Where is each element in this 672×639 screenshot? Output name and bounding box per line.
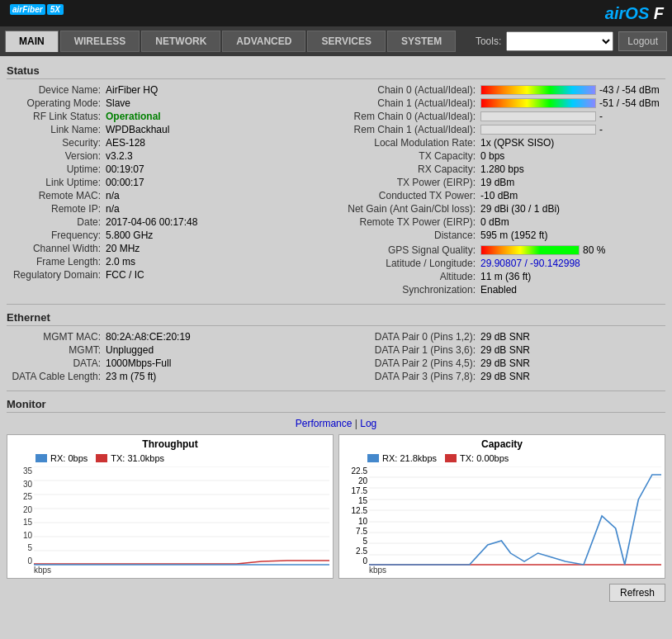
throughput-chart-area: 35 30 25 20 15 10 5 0 (11, 466, 329, 575)
logo-left: airFiber5X (8, 4, 64, 23)
date-row: Date: 2017-04-06 00:17:48 (7, 216, 332, 228)
tx-power-row: TX Power (EIRP): 19 dBm (340, 177, 665, 188)
capacity-chart: Capacity RX: 21.8kbps TX: 0.00bps 22.5 2… (338, 434, 665, 579)
pair3-value: 29 dB SNR (480, 371, 665, 382)
rem-chain0-row: Rem Chain 0 (Actual/Ideal): - (340, 111, 665, 122)
tools-select[interactable] (506, 31, 613, 51)
tab-services[interactable]: SERVICES (307, 31, 385, 52)
mgmt-value: Unplugged (106, 344, 332, 356)
status-divider (7, 304, 665, 305)
gps-row: GPS Signal Quality: 80 % (340, 244, 665, 256)
tab-network[interactable]: NETWORK (141, 31, 220, 52)
link-uptime-value: 00:00:17 (106, 177, 332, 188)
charts-row: Throughput RX: 0bps TX: 31.0kbps 35 30 2… (7, 434, 665, 579)
operating-mode-label: Operating Mode: (7, 97, 106, 109)
date-value: 2017-04-06 00:17:48 (106, 216, 332, 228)
link-name-label: Link Name: (7, 124, 106, 135)
chain1-bar-container: -51 / -54 dBm (480, 97, 660, 109)
throughput-title: Throughput (11, 438, 329, 450)
refresh-button[interactable]: Refresh (609, 584, 665, 602)
channel-width-value: 20 MHz (106, 243, 332, 254)
lat-lon-label: Latitude / Longitude: (340, 258, 480, 269)
chain0-bar-container: -43 / -54 dBm (480, 84, 660, 96)
tab-main[interactable]: MAIN (5, 31, 59, 52)
version-row: Version: v3.2.3 (7, 150, 332, 162)
device-name-value: AirFiber HQ (106, 84, 332, 96)
date-label: Date: (7, 216, 106, 228)
operating-mode-value: Slave (106, 97, 332, 109)
sync-label: Synchronization: (340, 284, 480, 296)
nav-right: Tools: Logout (476, 31, 667, 51)
capacity-rx-legend: RX: 21.8kbps (367, 453, 437, 463)
pair1-value: 29 dB SNR (480, 344, 665, 356)
rem-chain0-label: Rem Chain 0 (Actual/Ideal): (340, 111, 480, 122)
throughput-tx-label: TX: 31.0kbps (111, 453, 164, 463)
security-value: AES-128 (106, 137, 332, 149)
lat-lon-row: Latitude / Longitude: 29.90807 / -90.142… (340, 258, 665, 269)
security-label: Security: (7, 137, 106, 149)
capacity-x-label: kbps (369, 566, 661, 575)
remote-tx-label: Remote TX Power (EIRP): (340, 216, 480, 228)
altitude-label: Altitude: (340, 271, 480, 282)
tx-capacity-label: TX Capacity: (340, 150, 480, 162)
rx-capacity-row: RX Capacity: 1.280 bps (340, 163, 665, 175)
capacity-legend: RX: 21.8kbps TX: 0.00bps (343, 453, 661, 463)
performance-link[interactable]: Performance (296, 418, 353, 429)
throughput-legend: RX: 0bps TX: 31.0kbps (11, 453, 329, 463)
nav-bar: MAIN WIRELESS NETWORK ADVANCED SERVICES … (0, 26, 672, 56)
capacity-y-axis: 22.5 20 17.5 15 12.5 10 7.5 5 2.5 0 (343, 466, 367, 566)
capacity-title: Capacity (343, 438, 661, 450)
sync-value: Enabled (480, 284, 665, 296)
regulatory-domain-row: Regulatory Domain: FCC / IC (7, 269, 332, 281)
pair0-label: DATA Pair 0 (Pins 1,2): (340, 331, 480, 343)
logo-right: airOS F (605, 4, 664, 23)
mgmt-mac-value: 80:2A:A8:CE:20:19 (106, 331, 332, 343)
pair1-row: DATA Pair 1 (Pins 3,6): 29 dB SNR (340, 344, 665, 356)
logo-badge: 5X (47, 4, 64, 15)
throughput-rx-label: RX: 0bps (50, 453, 88, 463)
net-gain-value: 29 dBi (30 / 1 dBi) (480, 203, 665, 215)
status-right-col: Chain 0 (Actual/Ideal): -43 / -54 dBm Ch… (340, 84, 665, 297)
gps-label: GPS Signal Quality: (340, 244, 480, 256)
throughput-svg-container (34, 466, 329, 566)
gps-signal-bar (480, 245, 580, 255)
cable-length-value: 23 m (75 ft) (106, 371, 332, 382)
throughput-svg (34, 466, 329, 566)
remote-mac-row: Remote MAC: n/a (7, 190, 332, 201)
mgmt-mac-label: MGMT MAC: (7, 331, 106, 343)
local-mod-value: 1x (QPSK SISO) (480, 137, 665, 149)
throughput-rx-legend: RX: 0bps (35, 453, 88, 463)
cable-length-label: DATA Cable Length: (7, 371, 106, 382)
log-link[interactable]: Log (360, 418, 376, 429)
link-name-row: Link Name: WPDBackhaul (7, 124, 332, 135)
channel-width-row: Channel Width: 20 MHz (7, 243, 332, 254)
rem-chain0-value: - (599, 111, 603, 122)
sync-row: Synchronization: Enabled (340, 284, 665, 296)
throughput-tx-legend: TX: 31.0kbps (96, 453, 164, 463)
pair2-value: 29 dB SNR (480, 357, 665, 369)
tx-power-label: TX Power (EIRP): (340, 177, 480, 188)
regulatory-domain-value: FCC / IC (106, 269, 332, 281)
altitude-value: 11 m (36 ft) (480, 271, 665, 282)
remote-mac-value: n/a (106, 190, 332, 201)
rf-link-value: Operational (106, 111, 332, 122)
net-gain-label: Net Gain (Ant Gain/Cbl loss): (340, 203, 480, 215)
nav-tabs: MAIN WIRELESS NETWORK ADVANCED SERVICES … (5, 31, 456, 52)
rx-capacity-label: RX Capacity: (340, 163, 480, 175)
rf-link-row: RF Link Status: Operational (7, 111, 332, 122)
device-name-row: Device Name: AirFiber HQ (7, 84, 332, 96)
link-name-value: WPDBackhaul (106, 124, 332, 135)
main-content: Status Device Name: AirFiber HQ Operatin… (0, 56, 672, 607)
security-row: Security: AES-128 (7, 137, 332, 149)
chain0-value: -43 / -54 dBm (599, 84, 660, 96)
mgmt-row: MGMT: Unplugged (7, 344, 332, 356)
rx-capacity-value: 1.280 bps (480, 163, 665, 175)
tab-advanced[interactable]: ADVANCED (222, 31, 305, 52)
tx-power-value: 19 dBm (480, 177, 665, 188)
tab-system[interactable]: SYSTEM (387, 31, 456, 52)
logo-text: airFiber (10, 4, 45, 15)
ethernet-left-col: MGMT MAC: 80:2A:A8:CE:20:19 MGMT: Unplug… (7, 331, 332, 384)
chain1-value: -51 / -54 dBm (599, 97, 660, 109)
logout-button[interactable]: Logout (618, 31, 667, 51)
tab-wireless[interactable]: WIRELESS (60, 31, 140, 52)
